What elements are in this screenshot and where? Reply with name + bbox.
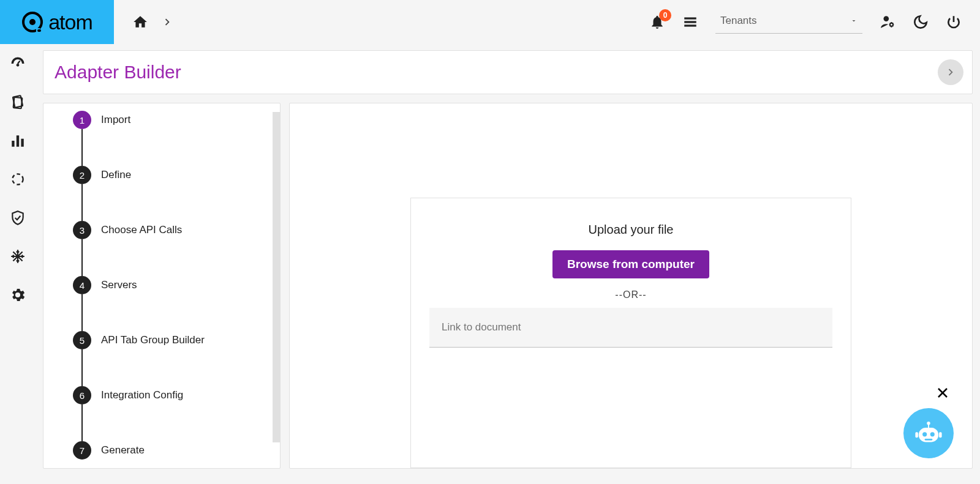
step-connector (73, 240, 280, 275)
svg-rect-22 (915, 432, 918, 437)
user-settings-icon[interactable] (880, 14, 895, 30)
dark-mode-icon[interactable] (913, 14, 929, 30)
step-label: Choose API Calls (101, 224, 182, 236)
upload-title: Upload your file (589, 223, 674, 237)
step-label: Import (101, 114, 130, 126)
step-item-7[interactable]: 7Generate (73, 440, 280, 461)
chart-icon[interactable] (9, 132, 26, 149)
svg-rect-17 (928, 425, 929, 428)
svg-rect-13 (17, 135, 19, 146)
tenant-label: Tenants (720, 15, 757, 27)
home-icon[interactable] (132, 14, 148, 30)
brand-name: atom (48, 10, 92, 34)
cards-icon[interactable] (9, 94, 26, 111)
step-label: API Tab Group Builder (101, 334, 205, 346)
step-number: 4 (73, 276, 91, 294)
svg-point-9 (17, 64, 20, 67)
scrollbar[interactable] (273, 112, 280, 442)
header-tools: 0 Tenants (649, 11, 980, 34)
step-item-1[interactable]: 1Import (73, 110, 280, 130)
step-number: 5 (73, 331, 91, 349)
workflow-icon[interactable] (9, 171, 26, 188)
svg-point-19 (922, 432, 927, 436)
tenant-dropdown[interactable]: Tenants (715, 11, 862, 34)
side-nav (0, 44, 36, 484)
step-number: 3 (73, 221, 91, 239)
step-item-4[interactable]: 4Servers (73, 275, 280, 296)
svg-rect-12 (12, 141, 14, 147)
step-item-6[interactable]: 6Integration Config (73, 385, 280, 406)
svg-rect-21 (925, 439, 933, 441)
brand-logo[interactable]: atom (0, 0, 114, 44)
expand-button[interactable] (938, 59, 963, 85)
svg-rect-23 (939, 432, 942, 437)
svg-rect-4 (684, 17, 696, 19)
step-connector (73, 185, 280, 220)
svg-point-20 (930, 432, 935, 436)
chevron-down-icon (850, 17, 858, 24)
document-link-input[interactable] (429, 308, 832, 348)
svg-point-7 (884, 16, 889, 21)
notification-badge: 0 (659, 9, 671, 21)
breadcrumb (114, 14, 174, 30)
step-number: 1 (73, 111, 91, 129)
step-connector (73, 296, 280, 330)
import-panel: Upload your file Browse from computer --… (289, 103, 973, 469)
power-icon[interactable] (946, 14, 962, 30)
chevron-right-icon (160, 15, 174, 29)
chatbot-button[interactable] (903, 408, 954, 458)
browse-button[interactable]: Browse from computer (552, 250, 709, 278)
step-label: Define (101, 169, 131, 181)
step-item-3[interactable]: 3Choose API Calls (73, 220, 280, 240)
close-icon[interactable] (935, 385, 950, 404)
svg-rect-6 (684, 24, 696, 26)
svg-point-15 (12, 174, 23, 184)
step-item-5[interactable]: 5API Tab Group Builder (73, 330, 280, 351)
page-header-card: Adapter Builder (43, 50, 973, 94)
step-number: 6 (73, 386, 91, 404)
step-connector (73, 351, 280, 385)
main-content: Adapter Builder 1Import2Define3Choose AP… (36, 44, 980, 484)
svg-point-1 (29, 19, 36, 25)
or-divider: --OR-- (615, 289, 646, 300)
step-number: 2 (73, 166, 91, 184)
step-label: Servers (101, 279, 137, 291)
page-title: Adapter Builder (55, 62, 181, 83)
svg-rect-14 (21, 139, 23, 147)
steps-panel: 1Import2Define3Choose API Calls4Servers5… (43, 103, 281, 469)
list-dense-icon[interactable] (682, 14, 698, 30)
brand-icon (21, 11, 43, 33)
step-number: 7 (73, 441, 91, 460)
step-connector (73, 406, 280, 440)
shield-icon[interactable] (9, 209, 26, 226)
notifications-button[interactable]: 0 (649, 14, 665, 30)
step-label: Integration Config (101, 389, 183, 401)
step-item-2[interactable]: 2Define (73, 165, 280, 185)
upload-box: Upload your file Browse from computer --… (410, 198, 851, 468)
snowflake-icon[interactable] (9, 248, 26, 265)
gear-icon[interactable] (9, 286, 26, 303)
dashboard-icon[interactable] (9, 55, 26, 72)
top-bar: atom 0 Tenants (0, 0, 980, 44)
step-label: Generate (101, 444, 145, 456)
svg-rect-5 (684, 21, 696, 23)
step-connector (73, 130, 280, 165)
svg-rect-3 (37, 29, 41, 32)
